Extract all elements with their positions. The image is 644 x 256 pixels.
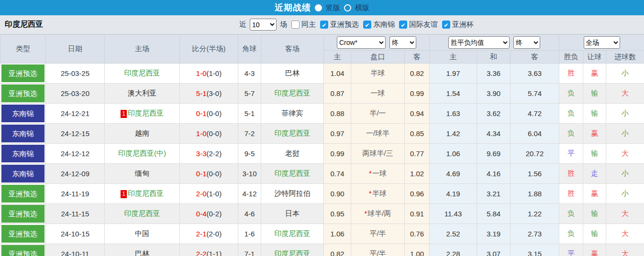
asian-qualifiers-checkbox[interactable]: [320, 21, 328, 29]
recent-label: 近: [239, 20, 246, 29]
home-team-link[interactable]: 澳大利亚: [128, 89, 156, 97]
handicap-line: 半球: [371, 69, 385, 77]
match-type-badge: 亚洲预选: [1, 185, 45, 203]
halftime-score: (2-2): [207, 149, 222, 158]
result-goals: 大: [606, 144, 644, 164]
aff-championship-label: 东南锦: [373, 20, 395, 29]
result-win-draw-loss: 胜: [559, 64, 583, 84]
handicap-home-odds: 1.04: [324, 64, 351, 84]
fulltime-score[interactable]: 0-1: [196, 109, 207, 117]
avg-draw-odds: 9.69: [477, 144, 511, 164]
handicap-away-odds: 0.77: [405, 144, 430, 164]
table-row: 亚洲预选 24-11-15 印度尼西亚 0-4(0-2) 4-6 日本 0.95…: [0, 204, 644, 224]
vertical-layout-radio[interactable]: [315, 4, 322, 11]
avg-away-odds: 1.56: [511, 164, 559, 184]
match-date: 24-12-12: [46, 144, 105, 164]
match-type-badge: 亚洲预选: [1, 64, 45, 82]
avg-away-odds: 3.15: [511, 244, 559, 256]
fulltime-score[interactable]: 0-4: [196, 210, 207, 218]
result-goals: 大: [606, 84, 644, 104]
home-team-link[interactable]: 印度尼西亚: [128, 189, 164, 197]
match-date: 24-12-09: [46, 164, 105, 184]
odds-time-select[interactable]: 终: [389, 36, 416, 49]
table-row: 亚洲预选 25-03-25 印度尼西亚 1-0(1-0) 4-3 巴林 1.04…: [0, 64, 644, 84]
handicap-away-odds: 0.76: [405, 224, 430, 244]
result-handicap: 输: [583, 84, 606, 104]
away-team-link[interactable]: 印度尼西亚: [275, 129, 311, 137]
match-type-badge: 东南锦: [1, 145, 45, 162]
away-team-link[interactable]: 老挝: [285, 149, 300, 157]
away-team-link[interactable]: 巴林: [285, 69, 300, 77]
vertical-layout-label[interactable]: 竖版: [326, 3, 340, 12]
fulltime-score[interactable]: 1-0: [196, 69, 207, 77]
asian-cup-checkbox[interactable]: [442, 21, 450, 29]
avg-away-odds: 4.72: [511, 104, 559, 124]
scope-select[interactable]: 全场: [584, 36, 620, 49]
result-goals: 大: [606, 224, 644, 244]
same-home-checkbox[interactable]: [291, 21, 300, 29]
score-cell: 0-1(0-0): [180, 164, 238, 184]
halftime-score: (2-0): [207, 230, 222, 238]
fulltime-score[interactable]: 1-0: [196, 129, 207, 138]
avg-away-odds: 5.74: [511, 84, 559, 104]
scope-header: 全场: [559, 35, 644, 51]
fulltime-score[interactable]: 0-1: [196, 170, 207, 178]
score-cell: 1-0(1-0): [180, 64, 238, 84]
score-cell: 1-0(0-0): [180, 124, 238, 144]
home-team-link[interactable]: 缅甸: [135, 169, 149, 177]
handicap-home-odds: 1.06: [324, 224, 351, 244]
avg-odds-header: 胜平负均值 终: [430, 35, 559, 51]
horizontal-layout-label[interactable]: 横版: [355, 3, 369, 12]
recent-count-select[interactable]: 10: [250, 19, 277, 31]
table-row: 东南锦 24-12-09 缅甸 0-1(0-0) 3-10 印度尼西亚 0.74…: [0, 164, 644, 184]
result-win-draw-loss: 负: [559, 84, 583, 104]
away-team-link[interactable]: 印度尼西亚: [275, 169, 311, 177]
avg-type-select[interactable]: 胜平负均值: [448, 36, 510, 49]
match-type-badge: 亚洲预选: [1, 85, 45, 102]
handicap-line: 球半/两: [367, 209, 391, 217]
page-title: 近期战绩: [275, 2, 311, 13]
table-row: 亚洲预选 25-03-20 澳大利亚 5-1(3-0) 5-7 印度尼西亚 0.…: [0, 84, 644, 104]
horizontal-layout-radio[interactable]: [344, 4, 351, 11]
result-handicap: 赢: [583, 124, 606, 144]
corners-score: 9-5: [238, 144, 261, 164]
friendly-checkbox[interactable]: [399, 21, 407, 29]
match-type-badge: 东南锦: [1, 125, 45, 142]
fulltime-score[interactable]: 2-2: [196, 250, 207, 256]
odds-company-select[interactable]: Crow*: [337, 36, 386, 49]
score-cell: 2-0(1-0): [180, 184, 238, 204]
match-date: 25-03-25: [46, 64, 105, 84]
home-team-link[interactable]: 印度尼西亚(中): [118, 149, 166, 157]
handicap-home-odds: 0.90: [324, 184, 351, 204]
handicap-away-odds: 0.96: [405, 184, 430, 204]
away-team-link[interactable]: 沙特阿拉伯: [275, 189, 311, 197]
avg-time-select[interactable]: 终: [513, 36, 540, 49]
fulltime-score[interactable]: 2-0: [196, 190, 207, 198]
home-team-link[interactable]: 印度尼西亚: [128, 109, 164, 117]
home-team-link[interactable]: 印度尼西亚: [124, 69, 160, 77]
home-team-link[interactable]: 巴林: [135, 249, 149, 256]
away-team-link[interactable]: 日本: [285, 209, 300, 217]
avg-draw-odds: 3.90: [477, 84, 511, 104]
away-team-link[interactable]: 印度尼西亚: [275, 229, 311, 237]
friendly-label: 国际友谊: [409, 20, 438, 29]
fulltime-score[interactable]: 2-1: [196, 230, 207, 238]
handicap-line: 半/一: [369, 109, 386, 117]
table-row: 亚洲预选 24-11-19 1印度尼西亚 2-0(1-0) 4-12 沙特阿拉伯…: [0, 184, 644, 204]
home-team-link[interactable]: 印度尼西亚: [124, 209, 160, 217]
away-team-link[interactable]: 印度尼西亚: [275, 249, 311, 256]
avg-draw-odds: 3.07: [477, 244, 511, 256]
home-team-link[interactable]: 越南: [135, 129, 149, 137]
col-header-type: 类型: [0, 35, 46, 64]
home-team-link[interactable]: 中国: [135, 229, 149, 237]
corners-score: 5-1: [238, 104, 261, 124]
table-row: 东南锦 24-12-12 印度尼西亚(中) 3-3(2-2) 9-5 老挝 0.…: [0, 144, 644, 164]
aff-championship-checkbox[interactable]: [363, 21, 371, 29]
away-team-link[interactable]: 菲律宾: [282, 109, 303, 117]
fulltime-score[interactable]: 3-3: [196, 149, 207, 158]
halftime-score: (1-0): [207, 69, 222, 77]
live-handicap-star: *: [369, 169, 372, 177]
away-team-link[interactable]: 印度尼西亚: [275, 89, 311, 97]
avg-home-odds: 1.42: [430, 124, 477, 144]
fulltime-score[interactable]: 5-1: [196, 89, 207, 97]
